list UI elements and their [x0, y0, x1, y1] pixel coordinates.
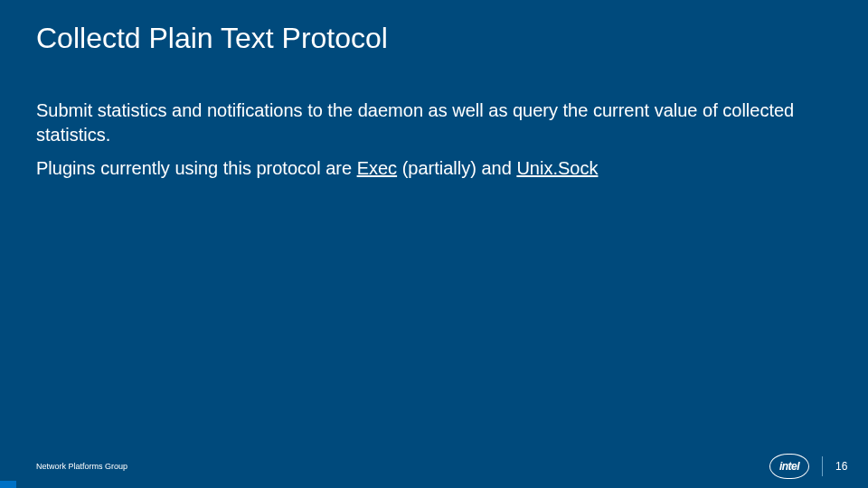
text-span: Plugins currently using this protocol ar… [36, 158, 357, 178]
footer-group-label: Network Platforms Group [36, 462, 127, 471]
page-number: 16 [835, 460, 852, 473]
footer-divider [822, 456, 823, 476]
page-title: Collectd Plain Text Protocol [0, 0, 868, 55]
exec-link[interactable]: Exec [357, 158, 397, 178]
unixsock-link[interactable]: Unix.Sock [516, 158, 598, 178]
accent-bar [0, 481, 16, 488]
body-paragraph-2: Plugins currently using this protocol ar… [36, 156, 832, 181]
content-area: Submit statistics and notifications to t… [0, 55, 868, 181]
intel-logo-icon: intel [769, 454, 809, 479]
footer: Network Platforms Group intel 16 [0, 445, 868, 488]
body-paragraph-1: Submit statistics and notifications to t… [36, 99, 832, 147]
slide: Collectd Plain Text Protocol Submit stat… [0, 0, 868, 488]
text-span: (partially) and [397, 158, 516, 178]
footer-right: intel 16 [769, 454, 852, 479]
